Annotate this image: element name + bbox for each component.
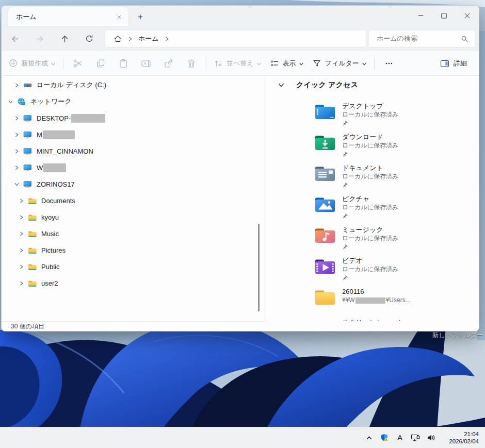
sort-label: 並べ替え	[227, 59, 254, 68]
quick-access-header[interactable]: クイック アクセス	[278, 80, 358, 90]
tree-item-label: Music	[41, 230, 59, 238]
new-button[interactable]: 新規作成	[5, 54, 60, 73]
tab-title: ホーム	[16, 12, 114, 22]
maximize-button[interactable]	[432, 6, 456, 26]
funnel-icon	[312, 59, 321, 68]
view-button[interactable]: 表示	[266, 54, 308, 73]
nav-tree: ローカル ディスク (C:) ネットワーク DESKTOP- M MINT_CI…	[2, 76, 265, 291]
folder-icon	[314, 256, 336, 277]
rename-button[interactable]	[135, 54, 157, 73]
details-pane-button[interactable]: 詳細	[435, 54, 474, 73]
tree-item-icon	[23, 180, 32, 189]
chevron-icon[interactable]	[18, 280, 25, 286]
item-name: ピクチャ	[342, 194, 398, 203]
volume-icon[interactable]	[423, 427, 439, 448]
back-button[interactable]	[6, 30, 24, 47]
chevron-icon[interactable]	[18, 214, 25, 220]
tree-item-label: ローカル ディスク (C:)	[37, 80, 106, 90]
minimize-button[interactable]	[409, 6, 432, 26]
chevron-icon[interactable]	[13, 165, 20, 171]
tree-item[interactable]: M	[2, 126, 265, 143]
quick-access-item[interactable]: ビデオ ローカルに保存済み	[265, 256, 461, 285]
chevron-icon[interactable]	[18, 198, 25, 204]
search-icon[interactable]	[461, 35, 468, 43]
copy-icon	[95, 58, 106, 69]
tree-item-icon	[28, 262, 37, 271]
desktop-icon-label-new-folder[interactable]: 新しいフォルダー	[432, 331, 485, 340]
quick-access-item[interactable]: ドキュメント ローカルに保存済み	[265, 163, 461, 192]
details-label: 詳細	[454, 59, 467, 68]
filter-button[interactable]: フィルター	[308, 54, 371, 73]
folder-icon	[314, 287, 336, 308]
tree-item[interactable]: DESKTOP-	[2, 110, 265, 126]
tree-item-icon	[23, 81, 32, 90]
chevron-icon[interactable]	[13, 82, 20, 88]
tree-item[interactable]: MINT_CINNAMON	[2, 143, 265, 159]
chevron-icon[interactable]	[18, 264, 25, 270]
delete-button[interactable]	[180, 54, 203, 73]
tree-item[interactable]: Public	[2, 258, 265, 275]
toolbar-separator	[206, 57, 206, 70]
chevron-icon[interactable]	[13, 132, 20, 138]
chevron-right-icon	[127, 36, 133, 42]
tree-item[interactable]: ローカル ディスク (C:)	[2, 77, 265, 93]
new-label: 新規作成	[21, 59, 48, 68]
close-button[interactable]	[456, 6, 479, 26]
chevron-down-icon	[299, 61, 304, 67]
chevron-icon[interactable]	[13, 115, 20, 121]
chevron-icon[interactable]	[18, 231, 25, 237]
quick-access-item[interactable]: デスクトップ ローカルに保存済み	[265, 102, 461, 130]
tree-item[interactable]: W	[2, 159, 265, 176]
security-shield-icon[interactable]	[377, 427, 392, 448]
sort-button[interactable]: 並べ替え	[209, 54, 266, 73]
pin-icon	[342, 213, 398, 219]
breadcrumb-segment-home[interactable]: ホーム	[138, 34, 159, 43]
tree-item[interactable]: ネットワーク	[2, 93, 265, 110]
quick-access-item[interactable]: ミュージック ローカルに保存済み	[265, 225, 461, 254]
tree-item[interactable]: Pictures	[2, 242, 265, 258]
pin-icon	[342, 182, 398, 188]
folder-icon	[314, 194, 336, 215]
ime-mode-indicator[interactable]: A	[392, 427, 408, 448]
item-name: ダウンロード	[342, 132, 398, 141]
navigation-pane: ローカル ディスク (C:) ネットワーク DESKTOP- M MINT_CI…	[2, 76, 265, 322]
scissors-icon	[73, 58, 83, 69]
tree-item-label: ZORINOS17	[37, 180, 75, 188]
tree-item[interactable]: kyoyu	[2, 209, 265, 225]
view-list-icon	[270, 59, 279, 68]
tree-item[interactable]: user2	[2, 275, 265, 291]
tree-item-icon	[28, 213, 37, 222]
quick-access-item[interactable]: ピクチャ ローカルに保存済み	[265, 194, 461, 223]
tree-item[interactable]: Documents	[2, 192, 265, 209]
home-icon[interactable]	[114, 35, 122, 43]
search-input[interactable]: ホームの検索	[368, 30, 475, 47]
new-tab-button[interactable]: +	[134, 10, 147, 24]
explorer-tab-home[interactable]: ホーム	[8, 7, 128, 26]
tray-chevron-up-icon[interactable]	[361, 427, 377, 448]
share-button[interactable]	[157, 54, 180, 73]
tab-close-icon[interactable]	[114, 11, 125, 23]
more-options-button[interactable]	[378, 54, 400, 73]
chevron-icon[interactable]	[13, 148, 20, 154]
folder-icon	[314, 163, 336, 184]
forward-button[interactable]	[30, 30, 49, 47]
quick-access-item[interactable]: ダウンロード ローカルに保存済み	[265, 132, 461, 161]
network-icon[interactable]	[408, 427, 423, 448]
quick-access-item[interactable]: 260116 ¥¥W¥Users...	[265, 287, 461, 316]
tree-item[interactable]: Music	[2, 225, 265, 242]
copy-button[interactable]	[89, 54, 112, 73]
nav-scrollbar-thumb[interactable]	[258, 224, 260, 311]
paste-button[interactable]	[112, 54, 135, 73]
refresh-button[interactable]	[80, 30, 99, 47]
cut-button[interactable]	[67, 54, 89, 73]
chevron-icon[interactable]	[18, 247, 25, 253]
clock[interactable]: 21:04 2026/02/04	[443, 430, 479, 445]
taskbar: A 21:04 2026/02/04	[0, 427, 485, 448]
chevron-icon[interactable]	[7, 99, 14, 105]
chevron-icon[interactable]	[13, 181, 20, 187]
item-subtitle: ローカルに保存済み	[342, 172, 398, 181]
tree-item-icon	[28, 229, 37, 238]
tree-item[interactable]: ZORINOS17	[2, 176, 265, 192]
up-button[interactable]	[55, 30, 74, 47]
breadcrumb[interactable]: ホーム	[105, 30, 367, 47]
